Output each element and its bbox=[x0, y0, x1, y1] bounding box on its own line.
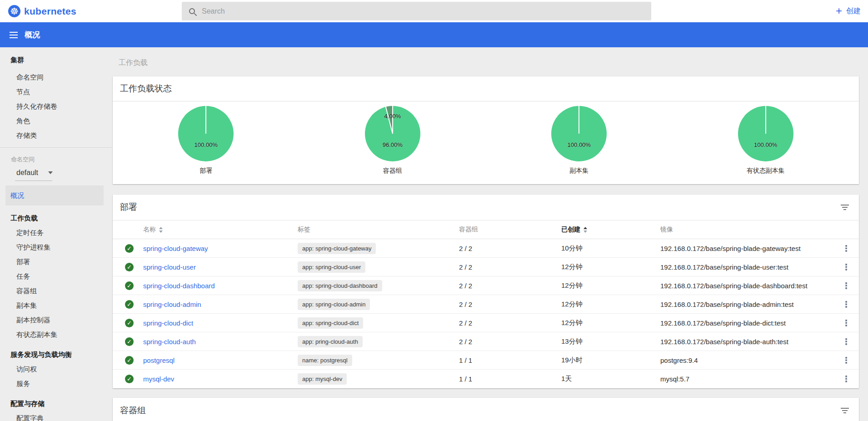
brand-title: kubernetes bbox=[24, 0, 76, 22]
sidebar-item[interactable]: 副本集 bbox=[0, 298, 112, 313]
filter-icon[interactable] bbox=[841, 201, 849, 213]
namespace-label: 命名空间 bbox=[0, 155, 112, 164]
status-ok-icon: ✓ bbox=[125, 300, 134, 309]
deployment-name-link[interactable]: mysql-dev bbox=[143, 375, 298, 383]
sort-arrows-active-icon bbox=[584, 227, 587, 233]
table-row: ✓ spring-cloud-admin app: spring-cloud-a… bbox=[113, 295, 859, 314]
sidebar-discovery-items: 访问权服务 bbox=[0, 362, 112, 391]
label-chip: app: spring-cloud-dashboard bbox=[298, 280, 382, 291]
pie-slice-separator bbox=[205, 106, 206, 134]
pie-percent-label: 100.00% bbox=[178, 141, 234, 148]
sidebar-item[interactable]: 容器组 bbox=[0, 284, 112, 298]
sidebar-item-overview-active[interactable]: 概况 bbox=[5, 185, 104, 205]
row-menu-button[interactable]: ⋮ bbox=[833, 262, 859, 272]
deployment-name-link[interactable]: spring-cloud-user bbox=[143, 263, 298, 271]
kubernetes-logo-icon: ☸ bbox=[8, 5, 20, 17]
create-button[interactable]: + 创建 bbox=[836, 0, 861, 22]
sidebar-workloads-items: 定时任务守护进程集部署任务容器组副本集副本控制器有状态副本集 bbox=[0, 226, 112, 342]
pods-count: 1 / 1 bbox=[459, 375, 561, 383]
deployment-name-link[interactable]: spring-cloud-admin bbox=[143, 301, 298, 308]
label-chip: app: spring-cloud-dict bbox=[298, 317, 363, 329]
sidebar: 集群 命名空间节点持久化存储卷角色存储类 命名空间 default 概况 工作负… bbox=[0, 47, 112, 421]
pie-caption: 有状态副本集 bbox=[673, 167, 859, 175]
table-row: ✓ spring-cloud-auth app: pring-cloud-aut… bbox=[113, 332, 859, 351]
image-name: postgres:9.4 bbox=[660, 356, 833, 364]
breadcrumb[interactable]: 工作负载 bbox=[119, 58, 148, 68]
sidebar-item[interactable]: 角色 bbox=[0, 114, 112, 128]
sidebar-item[interactable]: 定时任务 bbox=[0, 226, 112, 240]
pie-chart: 100.00% bbox=[551, 106, 607, 161]
workload-status-pies: 100.00% 部署 96.00%4.00% 容器组 100.00% 副本集 1… bbox=[113, 101, 859, 175]
sidebar-item[interactable]: 访问权 bbox=[0, 362, 112, 376]
row-menu-button[interactable]: ⋮ bbox=[833, 299, 859, 310]
table-row: ✓ spring-cloud-gateway app: spring-cloud… bbox=[113, 239, 859, 258]
deployments-table-body: ✓ spring-cloud-gateway app: spring-cloud… bbox=[113, 239, 859, 388]
deployment-name-link[interactable]: spring-cloud-dict bbox=[143, 319, 298, 327]
image-name: 192.168.0.172/base/spring-blade-admin:te… bbox=[660, 301, 833, 308]
nav-bar: 概况 bbox=[0, 22, 868, 47]
label-chip: name: postgresql bbox=[298, 355, 352, 366]
sidebar-item[interactable]: 有状态副本集 bbox=[0, 327, 112, 342]
row-menu-button[interactable]: ⋮ bbox=[833, 281, 859, 291]
pie-percent-label: 96.00% bbox=[365, 141, 420, 148]
status-ok-icon: ✓ bbox=[125, 337, 134, 346]
pie-caption: 副本集 bbox=[486, 167, 673, 175]
pods-title: 容器组 bbox=[120, 405, 146, 416]
row-menu-button[interactable]: ⋮ bbox=[833, 243, 859, 254]
sidebar-item[interactable]: 配置字典 bbox=[0, 411, 112, 421]
sidebar-item[interactable]: 任务 bbox=[0, 269, 112, 284]
hamburger-menu-icon[interactable] bbox=[10, 30, 18, 40]
deployment-name-link[interactable]: spring-cloud-dashboard bbox=[143, 282, 298, 290]
pie-caption: 部署 bbox=[113, 167, 299, 175]
pods-count: 2 / 2 bbox=[459, 338, 561, 346]
pods-count: 2 / 2 bbox=[459, 245, 561, 252]
sidebar-item[interactable]: 命名空间 bbox=[0, 70, 112, 85]
column-header-images: 镜像 bbox=[660, 226, 833, 234]
created-age: 12分钟 bbox=[561, 263, 660, 271]
workload-status-pie: 100.00% 副本集 bbox=[486, 101, 673, 175]
pie-percent-label: 100.00% bbox=[551, 141, 607, 148]
row-menu-button[interactable]: ⋮ bbox=[833, 374, 859, 384]
deployment-name-link[interactable]: spring-cloud-gateway bbox=[143, 245, 298, 252]
workload-status-title: 工作负载状态 bbox=[120, 83, 172, 95]
deployment-name-link[interactable]: postgresql bbox=[143, 356, 298, 364]
sidebar-item[interactable]: 守护进程集 bbox=[0, 240, 112, 255]
column-header-name[interactable]: 名称 bbox=[143, 226, 298, 234]
table-row: ✓ spring-cloud-user app: spring-cloud-us… bbox=[113, 258, 859, 276]
pie-slice-separator bbox=[579, 106, 579, 134]
row-menu-button[interactable]: ⋮ bbox=[833, 318, 859, 328]
pie-slice-separator bbox=[392, 106, 393, 134]
pie-slice-separator bbox=[765, 106, 766, 134]
table-row: ✓ spring-cloud-dict app: spring-cloud-di… bbox=[113, 314, 859, 332]
search-input[interactable] bbox=[202, 7, 638, 15]
deployment-name-link[interactable]: spring-cloud-auth bbox=[143, 338, 298, 346]
namespace-select[interactable]: default bbox=[16, 165, 53, 180]
pie-percent-label: 100.00% bbox=[738, 141, 793, 148]
column-header-pods: 容器组 bbox=[459, 226, 561, 234]
status-ok-icon: ✓ bbox=[125, 356, 134, 365]
namespace-select-underline bbox=[15, 180, 52, 181]
sidebar-item[interactable]: 部署 bbox=[0, 255, 112, 269]
sidebar-section-config: 配置与存储 bbox=[0, 396, 112, 411]
row-menu-button[interactable]: ⋮ bbox=[833, 336, 859, 347]
table-row: ✓ spring-cloud-dashboard app: spring-clo… bbox=[113, 276, 859, 295]
sidebar-item[interactable]: 存储类 bbox=[0, 128, 112, 143]
column-header-created[interactable]: 已创建 bbox=[561, 226, 660, 234]
image-name: 192.168.0.172/base/spring-blade-gateway:… bbox=[660, 245, 833, 252]
sidebar-item[interactable]: 副本控制器 bbox=[0, 313, 112, 327]
image-name: 192.168.0.172/base/spring-blade-dict:tes… bbox=[660, 319, 833, 327]
row-menu-button[interactable]: ⋮ bbox=[833, 355, 859, 366]
pods-count: 2 / 2 bbox=[459, 282, 561, 290]
created-age: 1天 bbox=[561, 375, 660, 383]
sidebar-item[interactable]: 服务 bbox=[0, 376, 112, 391]
workload-status-pie: 100.00% 部署 bbox=[113, 101, 299, 175]
status-ok-icon: ✓ bbox=[125, 281, 134, 290]
plus-icon: + bbox=[836, 5, 842, 16]
sidebar-item[interactable]: 节点 bbox=[0, 85, 112, 99]
status-ok-icon: ✓ bbox=[125, 263, 134, 271]
deployments-card: 部署 名称 标签 容器组 已创建 镜像 bbox=[113, 195, 859, 388]
filter-icon[interactable] bbox=[841, 405, 849, 416]
sidebar-item[interactable]: 持久化存储卷 bbox=[0, 99, 112, 114]
pods-count: 2 / 2 bbox=[459, 301, 561, 308]
sidebar-divider bbox=[0, 147, 112, 148]
